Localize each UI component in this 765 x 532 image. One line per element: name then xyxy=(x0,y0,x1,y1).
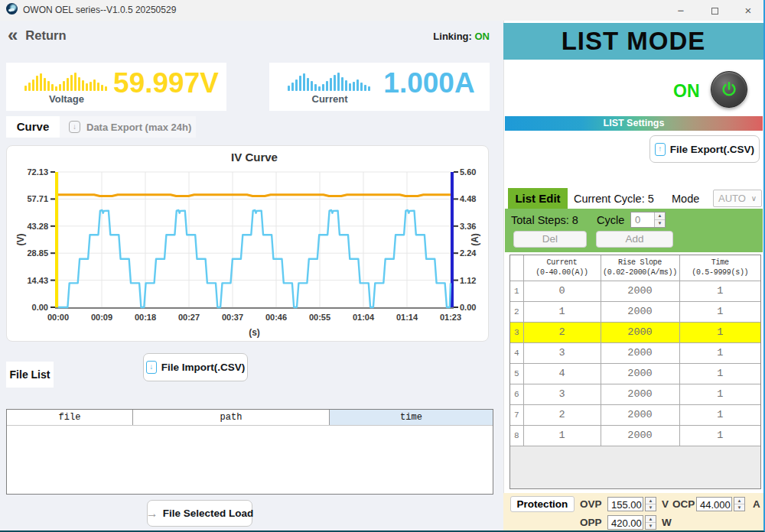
file-export-button[interactable]: ↑ File Export(.CSV) xyxy=(649,135,760,163)
step-current-cell[interactable]: 0 xyxy=(523,281,601,301)
protection-panel: Protection OVP 155.00 ▲▼ V OCP 44.000 ▲▼… xyxy=(503,493,763,530)
list-edit-panel: Total Steps: 8 Cycle 0 ▲▼ Del Add xyxy=(505,209,763,252)
tab-list-edit[interactable]: List Edit xyxy=(508,188,568,209)
step-current-cell[interactable]: 1 xyxy=(523,301,601,322)
step-slope-cell[interactable]: 2000 xyxy=(601,322,679,342)
step-time-cell[interactable]: 1 xyxy=(679,342,760,363)
svg-text:0.00: 0.00 xyxy=(32,303,48,312)
add-button[interactable]: Add xyxy=(596,231,673,248)
svg-text:00:55: 00:55 xyxy=(309,313,330,322)
cycle-spinner[interactable]: ▲▼ xyxy=(654,212,665,227)
step-current-cell[interactable]: 4 xyxy=(523,363,601,384)
ocp-label: OCP xyxy=(672,498,695,510)
step-time-cell[interactable]: 1 xyxy=(679,301,760,322)
ocp-spinner[interactable]: ▲▼ xyxy=(734,497,745,511)
maximize-button[interactable] xyxy=(707,4,722,17)
step-table-header: Current(0-40.00(A))Rise Slope(0.02-2000(… xyxy=(510,255,760,281)
opp-spinner[interactable]: ▲▼ xyxy=(645,515,656,530)
svg-text:3.36: 3.36 xyxy=(460,222,476,231)
opp-input[interactable]: 420.00 ▲▼ xyxy=(607,515,656,530)
del-button[interactable]: Del xyxy=(513,231,587,248)
step-row[interactable]: 1020001 xyxy=(510,281,760,301)
step-row-number: 6 xyxy=(510,384,523,404)
cycle-input[interactable]: 0 ▲▼ xyxy=(630,212,666,228)
step-row[interactable]: 4320001 xyxy=(510,342,760,363)
ovp-label: OVP xyxy=(580,498,602,510)
current-cycle-value: 5 xyxy=(648,193,654,205)
step-slope-cell[interactable]: 2000 xyxy=(601,404,679,425)
voltage-label: Voltage xyxy=(24,93,109,105)
opp-value: 420.00 xyxy=(607,515,643,530)
file-column-header[interactable]: file xyxy=(7,410,133,425)
ocp-input[interactable]: 44.000 ▲▼ xyxy=(696,497,745,511)
step-current-cell[interactable]: 3 xyxy=(523,384,601,404)
tab-file-list[interactable]: File List xyxy=(6,362,54,388)
cycle-value: 0 xyxy=(631,212,654,227)
step-current-cell[interactable]: 2 xyxy=(523,404,601,425)
ovp-spinner[interactable]: ▲▼ xyxy=(645,497,656,511)
step-slope-cell[interactable]: 2000 xyxy=(601,425,679,446)
svg-text:1.12: 1.12 xyxy=(460,276,476,285)
minimize-button[interactable]: − xyxy=(673,4,688,17)
svg-text:(V): (V) xyxy=(15,234,26,246)
step-row[interactable]: 6320001 xyxy=(510,384,760,404)
step-row-number: 7 xyxy=(510,404,523,425)
list-mode-title: LIST MODE xyxy=(503,23,763,60)
step-row[interactable]: 7220001 xyxy=(510,404,760,425)
power-button[interactable] xyxy=(711,71,747,108)
step-slope-cell[interactable]: 2000 xyxy=(601,363,679,384)
step-slope-cell[interactable]: 2000 xyxy=(601,281,679,301)
svg-text:00:37: 00:37 xyxy=(222,313,243,322)
ovp-input[interactable]: 155.00 ▲▼ xyxy=(607,497,656,511)
step-slope-cell[interactable]: 2000 xyxy=(601,301,679,322)
app-window: OWON OEL series--V1.0.5 20250529 − × « R… xyxy=(0,0,765,532)
step-current-cell[interactable]: 1 xyxy=(523,425,601,446)
step-row[interactable]: 3220001 xyxy=(510,322,760,342)
step-row[interactable]: 2120001 xyxy=(510,301,760,322)
mode-label: Mode xyxy=(672,193,699,205)
voltage-bars-icon xyxy=(24,72,109,91)
svg-text:01:04: 01:04 xyxy=(353,313,375,322)
step-row-number: 1 xyxy=(510,281,523,301)
svg-text:5.60: 5.60 xyxy=(460,167,476,177)
mode-dropdown[interactable]: AUTO ∨ xyxy=(713,190,762,207)
close-button[interactable]: × xyxy=(741,4,756,17)
tab-data-export[interactable]: ↓ Data Export (max 24h) xyxy=(60,116,196,138)
time-column-header[interactable]: time xyxy=(330,410,493,425)
step-row[interactable]: 5420001 xyxy=(510,363,760,384)
spin-up-icon: ▲ xyxy=(655,212,665,220)
svg-text:00:46: 00:46 xyxy=(265,313,287,322)
protection-button[interactable]: Protection xyxy=(510,496,575,512)
step-slope-cell[interactable]: 2000 xyxy=(601,342,679,363)
ovp-value: 155.00 xyxy=(607,497,643,511)
file-selected-load-button[interactable]: → File Selected Load xyxy=(147,500,252,527)
svg-text:01:14: 01:14 xyxy=(396,313,418,322)
opp-label: OPP xyxy=(580,517,602,528)
step-current-cell[interactable]: 2 xyxy=(523,322,601,342)
step-row-number: 3 xyxy=(510,322,523,342)
return-button[interactable]: « Return xyxy=(8,26,67,44)
step-row[interactable]: 8120001 xyxy=(510,425,760,446)
svg-text:(s): (s) xyxy=(249,327,260,338)
step-slope-cell[interactable]: 2000 xyxy=(601,384,679,404)
step-time-cell[interactable]: 1 xyxy=(679,281,760,301)
download-icon: ↓ xyxy=(69,121,80,133)
file-table-header: file path time xyxy=(7,410,493,426)
spin-down-icon: ▼ xyxy=(655,220,665,227)
voltage-card: Voltage 59.997V xyxy=(6,63,226,111)
step-time-cell[interactable]: 1 xyxy=(679,425,760,446)
svg-text:00:09: 00:09 xyxy=(91,313,112,322)
path-column-header[interactable]: path xyxy=(133,410,330,425)
file-import-button[interactable]: ↓ File Import(.CSV) xyxy=(143,353,248,381)
chevron-down-icon: ∨ xyxy=(751,194,757,203)
step-time-cell[interactable]: 1 xyxy=(679,363,760,384)
step-time-cell[interactable]: 1 xyxy=(679,404,760,425)
step-time-cell[interactable]: 1 xyxy=(679,384,760,404)
step-current-cell[interactable]: 3 xyxy=(523,342,601,363)
tab-curve[interactable]: Curve xyxy=(6,116,60,138)
step-col-header: Time(0.5-9999(s)) xyxy=(679,255,760,281)
maximize-icon xyxy=(711,8,718,15)
svg-text:IV Curve: IV Curve xyxy=(231,151,278,164)
step-time-cell[interactable]: 1 xyxy=(679,322,760,342)
svg-text:28.85: 28.85 xyxy=(27,248,48,258)
